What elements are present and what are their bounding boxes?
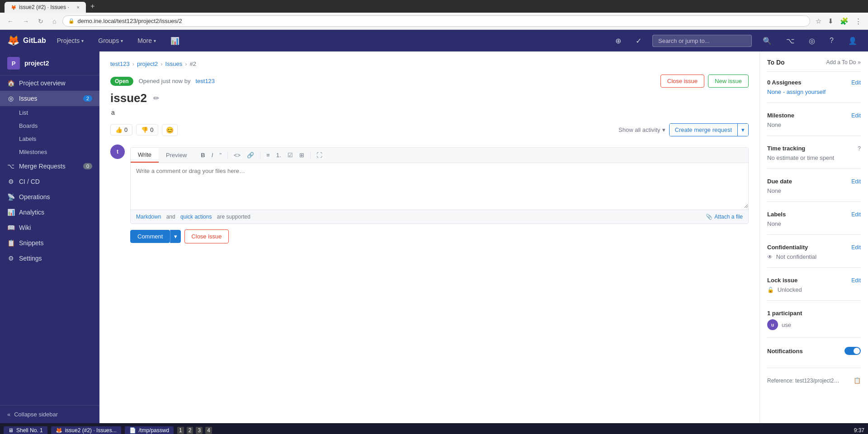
code-btn[interactable]: <>	[231, 150, 243, 160]
taskbar-item-passwd[interactable]: 📄 /tmp/passwd	[125, 426, 174, 434]
thumbs-down-btn[interactable]: 👎 0	[136, 124, 158, 135]
sidebar-sub-list[interactable]: List	[0, 106, 99, 119]
fullscreen-btn[interactable]: ⛶	[314, 150, 325, 160]
milestone-edit-btn[interactable]: Edit	[851, 112, 861, 119]
breadcrumb-issues[interactable]: Issues	[165, 61, 183, 67]
main-content: test123 › project2 › Issues › #2 Open Op…	[99, 51, 760, 423]
collapse-sidebar-btn[interactable]: « Collapse sidebar	[0, 405, 99, 423]
table-btn[interactable]: ⊞	[297, 150, 307, 160]
back-btn[interactable]: ←	[5, 17, 16, 26]
confidentiality-edit-btn[interactable]: Edit	[851, 244, 861, 251]
sidebar-item-issues[interactable]: ◎ Issues 2	[0, 91, 99, 106]
new-item-btn[interactable]: ⊕	[612, 35, 625, 47]
project-header[interactable]: P project2	[0, 51, 99, 75]
forward-btn[interactable]: →	[20, 17, 32, 26]
address-bar[interactable]: 🔒 demo.ine.local/test123/project2/issues…	[62, 15, 810, 27]
show-activity-btn[interactable]: Show all activity ▾	[618, 126, 665, 133]
taskbar-item-shell[interactable]: 🖥 Shell No. 1	[4, 426, 47, 434]
analytics-icon[interactable]: 📊	[167, 35, 183, 47]
add-emoji-btn[interactable]: 😊	[162, 124, 178, 136]
quick-actions-link[interactable]: quick actions	[180, 214, 212, 220]
active-tab[interactable]: 🦊 issue2 (#2) · Issues · ×	[5, 2, 86, 13]
merge-requests-nav-icon[interactable]: ⌥	[783, 35, 798, 47]
thumbs-up-btn[interactable]: 👍 0	[110, 124, 132, 135]
refresh-btn[interactable]: ↻	[35, 17, 46, 26]
lock-issue-edit-btn[interactable]: Edit	[851, 277, 861, 284]
issue-title: issue2	[110, 91, 147, 105]
user-avatar-btn[interactable]: 👤	[844, 35, 861, 47]
toolbar-sep-2	[260, 152, 260, 159]
notifications-toggle[interactable]	[844, 347, 861, 355]
comment-submit-btn[interactable]: Comment	[130, 230, 170, 243]
italic-btn[interactable]: I	[209, 150, 216, 160]
create-merge-dropdown-btn[interactable]: ▾	[737, 124, 748, 136]
tab-close-btn[interactable]: ×	[77, 5, 80, 10]
bullet-list-btn[interactable]: ≡	[264, 150, 272, 160]
sidebar-item-wiki[interactable]: 📖 Wiki	[0, 220, 99, 235]
sidebar-sub-milestones[interactable]: Milestones	[0, 145, 99, 159]
lock-issue-value: 🔓 Unlocked	[767, 286, 861, 293]
taskbar-item-browser[interactable]: 🦊 issue2 (#2) · Issues...	[51, 426, 121, 434]
add-todo-btn[interactable]: Add a To Do »	[826, 59, 861, 65]
extensions-icon[interactable]: 🧩	[838, 16, 850, 26]
project-avatar: P	[7, 57, 20, 70]
labels-edit-btn[interactable]: Edit	[851, 211, 861, 218]
close-issue-btn[interactable]: Close issue	[660, 75, 704, 88]
due-date-edit-btn[interactable]: Edit	[851, 178, 861, 185]
sidebar-item-project-overview[interactable]: 🏠 Project overview	[0, 75, 99, 91]
sidebar-sub-labels[interactable]: Labels	[0, 132, 99, 145]
groups-chevron: ▾	[121, 38, 123, 43]
assign-yourself-link[interactable]: None - assign yourself	[767, 89, 826, 95]
issues-nav-icon[interactable]: ◎	[805, 35, 819, 47]
checklist-btn[interactable]: ☑	[285, 150, 295, 160]
taskbar-num-1: 1	[177, 427, 184, 434]
copy-reference-btn[interactable]: 📋	[854, 377, 861, 384]
download-icon[interactable]: ⬇	[826, 16, 835, 26]
security-icon: 🔒	[68, 18, 75, 24]
home-btn[interactable]: ⌂	[50, 17, 59, 26]
breadcrumb-project2[interactable]: project2	[137, 61, 158, 67]
sidebar-item-label-analytics: Analytics	[19, 209, 44, 216]
preview-tab[interactable]: Preview	[159, 148, 194, 163]
search-icon[interactable]: 🔍	[759, 35, 775, 47]
todo-btn[interactable]: ✓	[632, 35, 645, 47]
more-menu[interactable]: More ▾	[134, 35, 160, 46]
sidebar-item-operations[interactable]: 📡 Operations	[0, 189, 99, 205]
create-merge-request-btn[interactable]: Create merge request	[670, 124, 737, 136]
sidebar-item-analytics[interactable]: 📊 Analytics	[0, 205, 99, 220]
close-issue-action-btn[interactable]: Close issue	[184, 229, 228, 243]
new-issue-btn[interactable]: New issue	[708, 75, 749, 88]
breadcrumb-test123[interactable]: test123	[110, 61, 130, 67]
sidebar-item-settings[interactable]: ⚙ Settings	[0, 251, 99, 266]
sidebar-item-ci-cd[interactable]: ⚙ CI / CD	[0, 174, 99, 189]
new-tab-btn[interactable]: +	[86, 0, 99, 13]
sidebar-sub-boards[interactable]: Boards	[0, 119, 99, 132]
time-tracking-help-icon[interactable]: ?	[858, 145, 861, 152]
edit-title-icon[interactable]: ✏	[151, 92, 161, 104]
bookmark-icon[interactable]: ☆	[814, 16, 823, 26]
notifications-section: Notifications	[767, 347, 861, 368]
search-bar[interactable]: Search or jump to...	[652, 35, 752, 47]
groups-menu[interactable]: Groups ▾	[94, 35, 127, 46]
todo-label: To Do	[767, 59, 785, 66]
sidebar-item-snippets[interactable]: 📋 Snippets	[0, 235, 99, 251]
write-tab[interactable]: Write	[131, 148, 159, 163]
comment-textarea[interactable]	[131, 163, 748, 208]
reference-row: Reference: test123/project2… 📋	[767, 377, 861, 384]
comment-dropdown-btn[interactable]: ▾	[170, 230, 181, 243]
menu-icon[interactable]: ⋮	[853, 16, 863, 26]
issue-author-link[interactable]: test123	[195, 78, 215, 84]
gitlab-logo[interactable]: 🦊 GitLab	[7, 35, 46, 47]
help-icon[interactable]: ?	[826, 35, 837, 47]
assignees-edit-btn[interactable]: Edit	[851, 79, 861, 86]
participants-header: 1 participant	[767, 310, 861, 317]
bold-btn[interactable]: B	[198, 150, 207, 160]
attach-file-btn[interactable]: 📎 Attach a file	[706, 214, 743, 220]
show-activity-chevron: ▾	[662, 126, 665, 133]
sidebar-item-merge-requests[interactable]: ⌥ Merge Requests 0	[0, 159, 99, 174]
markdown-link[interactable]: Markdown	[136, 214, 161, 220]
ordered-list-btn[interactable]: 1.	[274, 150, 283, 160]
projects-menu[interactable]: Projects ▾	[53, 35, 88, 46]
link-btn[interactable]: 🔗	[245, 150, 256, 160]
quote-btn[interactable]: "	[217, 150, 224, 160]
